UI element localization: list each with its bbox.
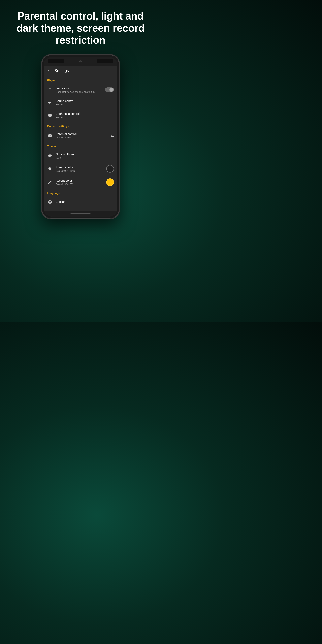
toggle-last-viewed[interactable] <box>105 87 114 92</box>
phone-screen: ← Settings Player Last viewed Open l <box>44 57 117 216</box>
row-subtitle-primary-color: Color(0xff212121) <box>56 170 104 172</box>
row-text-parental: Parental control Age restriction <box>56 132 108 139</box>
camera-dot <box>80 60 82 62</box>
row-text-brightness: Brightness control Relative <box>56 112 114 119</box>
row-title-parental: Parental control <box>56 132 108 136</box>
row-title-language: English <box>56 200 114 204</box>
settings-row-general-theme[interactable]: General theme Dark <box>44 149 117 162</box>
back-button[interactable]: ← <box>47 68 51 73</box>
settings-row-last-viewed[interactable]: Last viewed Open last viewed channel on … <box>44 83 117 96</box>
row-title-sound: Sound control <box>56 99 114 103</box>
row-title-accent-color: Accent color <box>56 178 104 182</box>
section-player: Player Last viewed Open last viewed chan… <box>44 76 117 122</box>
row-text-general-theme: General theme Dark <box>56 152 114 160</box>
color-lens-icon <box>47 166 53 172</box>
phone-wrapper: ← Settings Player Last viewed Open l <box>41 54 120 219</box>
brightness-icon <box>47 112 53 118</box>
row-subtitle-parental: Age restriction <box>56 136 108 139</box>
settings-row-accent-color[interactable]: Accent color Color(0xffffc107) <box>44 176 117 189</box>
section-header-content: Content settings <box>44 122 117 129</box>
svg-point-0 <box>48 114 52 117</box>
settings-row-brightness[interactable]: Brightness control Relative <box>44 109 117 122</box>
phone-frame: ← Settings Player Last viewed Open l <box>41 54 120 219</box>
row-subtitle-sound: Relative <box>56 103 114 106</box>
row-subtitle-last-viewed: Open last viewed channel on startup <box>56 90 102 94</box>
bottom-bar <box>44 211 117 216</box>
row-text-accent-color: Accent color Color(0xffffc107) <box>56 178 104 186</box>
edit-icon <box>47 179 53 185</box>
row-subtitle-accent-color: Color(0xffffc107) <box>56 183 104 186</box>
page-title: Settings <box>54 68 69 73</box>
row-text-language: English <box>56 200 114 204</box>
settings-row-parental[interactable]: Parental control Age restriction 21 <box>44 129 117 142</box>
row-title-primary-color: Primary color <box>56 165 104 169</box>
headline: Parental control, light and dark theme, … <box>0 0 161 52</box>
status-bar <box>44 57 117 66</box>
globe-icon <box>47 199 53 205</box>
bookmark-icon <box>47 87 53 92</box>
row-subtitle-brightness: Relative <box>56 116 114 119</box>
row-text-sound: Sound control Relative <box>56 99 114 106</box>
status-bar-right <box>97 59 113 64</box>
row-text-last-viewed: Last viewed Open last viewed channel on … <box>56 86 102 94</box>
section-language: Language English <box>44 189 117 208</box>
row-text-primary-color: Primary color Color(0xff212121) <box>56 165 104 172</box>
primary-color-swatch <box>106 165 114 173</box>
palette-icon <box>47 153 53 158</box>
section-theme: Theme General theme Dark <box>44 142 117 189</box>
row-title-last-viewed: Last viewed <box>56 86 102 90</box>
row-title-brightness: Brightness control <box>56 112 114 116</box>
settings-row-primary-color[interactable]: Primary color Color(0xff212121) <box>44 162 117 176</box>
section-header-player: Player <box>44 76 117 83</box>
row-subtitle-general-theme: Dark <box>56 156 114 160</box>
section-header-theme: Theme <box>44 142 117 149</box>
status-bar-left <box>48 59 64 64</box>
settings-content: Player Last viewed Open last viewed chan… <box>44 76 117 211</box>
parental-icon <box>47 133 53 138</box>
home-indicator <box>70 213 90 214</box>
toggle-thumb <box>110 88 114 92</box>
parental-value: 21 <box>110 134 114 137</box>
section-header-language: Language <box>44 189 117 196</box>
volume-icon <box>47 100 53 106</box>
section-content-settings: Content settings Parental control Age re… <box>44 122 117 142</box>
settings-row-language[interactable]: English <box>44 196 117 208</box>
row-title-general-theme: General theme <box>56 152 114 156</box>
accent-color-swatch <box>106 178 114 186</box>
settings-row-sound-control[interactable]: Sound control Relative <box>44 96 117 109</box>
app-header: ← Settings <box>44 66 117 76</box>
